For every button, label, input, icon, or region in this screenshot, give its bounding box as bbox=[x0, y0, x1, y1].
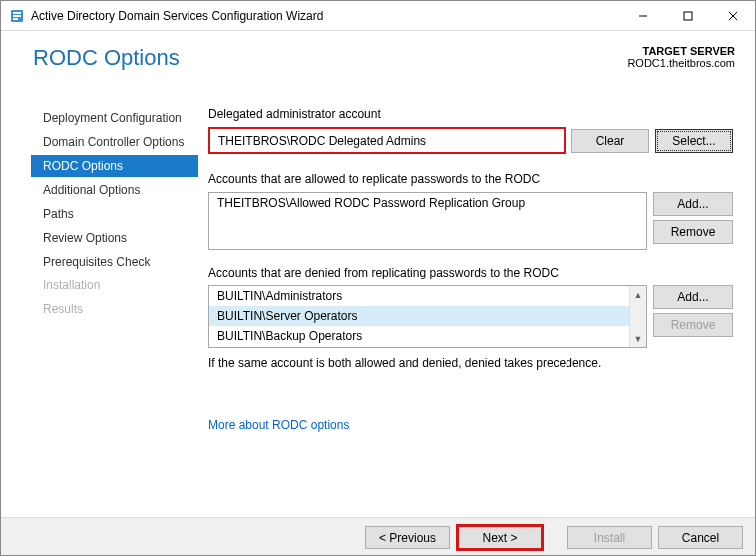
header: RODC Options TARGET SERVER RODC1.theitbr… bbox=[1, 31, 755, 97]
list-item[interactable]: BUILTIN\Backup Operators bbox=[209, 326, 646, 346]
denied-list-scrollbar[interactable]: ▲ ▼ bbox=[629, 286, 646, 347]
denied-remove-button: Remove bbox=[653, 313, 733, 337]
cancel-button[interactable]: Cancel bbox=[658, 526, 743, 549]
svg-rect-3 bbox=[13, 18, 18, 20]
list-item[interactable]: THEITBROS\Allowed RODC Password Replicat… bbox=[209, 193, 646, 213]
more-about-rodc-link[interactable]: More about RODC options bbox=[208, 418, 349, 432]
next-button[interactable]: Next > bbox=[459, 527, 541, 548]
svg-rect-5 bbox=[684, 12, 692, 20]
page-title: RODC Options bbox=[33, 45, 180, 71]
previous-button[interactable]: < Previous bbox=[365, 526, 450, 549]
maximize-button[interactable] bbox=[665, 1, 710, 30]
svg-rect-2 bbox=[13, 15, 21, 17]
delegated-admin-field[interactable]: THEITBROS\RODC Delegated Admins bbox=[208, 127, 566, 154]
target-server-label: TARGET SERVER bbox=[627, 45, 735, 57]
precedence-note: If the same account is both allowed and … bbox=[208, 356, 733, 370]
footer: < Previous Next > Install Cancel bbox=[1, 517, 755, 556]
install-button: Install bbox=[567, 526, 652, 549]
scroll-down-icon[interactable]: ▼ bbox=[630, 330, 646, 347]
allowed-accounts-list[interactable]: THEITBROS\Allowed RODC Password Replicat… bbox=[208, 192, 647, 250]
window-controls bbox=[620, 1, 755, 30]
allowed-remove-button[interactable]: Remove bbox=[653, 220, 733, 244]
nav-installation: Installation bbox=[31, 275, 198, 296]
nav-deployment-configuration[interactable]: Deployment Configuration bbox=[31, 107, 198, 129]
window-title: Active Directory Domain Services Configu… bbox=[31, 9, 620, 23]
clear-button[interactable]: Clear bbox=[571, 129, 649, 153]
nav-paths[interactable]: Paths bbox=[31, 203, 198, 225]
denied-accounts-label: Accounts that are denied from replicatin… bbox=[208, 266, 733, 279]
allowed-accounts-label: Accounts that are allowed to replicate p… bbox=[208, 172, 733, 186]
body: Deployment Configuration Domain Controll… bbox=[1, 97, 755, 517]
target-server-value: RODC1.theitbros.com bbox=[627, 57, 735, 69]
denied-accounts-list[interactable]: BUILTIN\Administrators BUILTIN\Server Op… bbox=[208, 285, 647, 348]
select-button[interactable]: Select... bbox=[655, 129, 733, 153]
minimize-button[interactable] bbox=[620, 1, 665, 30]
nav-review-options[interactable]: Review Options bbox=[31, 227, 198, 249]
list-item[interactable]: BUILTIN\Administrators bbox=[209, 286, 646, 306]
denied-add-button[interactable]: Add... bbox=[653, 285, 733, 309]
main-panel: Delegated administrator account THEITBRO… bbox=[198, 97, 755, 517]
scroll-up-icon[interactable]: ▲ bbox=[630, 286, 646, 303]
app-icon bbox=[9, 8, 25, 24]
target-server-block: TARGET SERVER RODC1.theitbros.com bbox=[627, 45, 735, 69]
nav-results: Results bbox=[31, 298, 198, 320]
sidebar: Deployment Configuration Domain Controll… bbox=[1, 97, 198, 517]
nav-rodc-options[interactable]: RODC Options bbox=[31, 155, 198, 177]
allowed-add-button[interactable]: Add... bbox=[653, 192, 733, 216]
nav-additional-options[interactable]: Additional Options bbox=[31, 179, 198, 201]
delegated-admin-label: Delegated administrator account bbox=[208, 107, 733, 121]
next-button-highlight: Next > bbox=[456, 524, 544, 551]
titlebar: Active Directory Domain Services Configu… bbox=[1, 1, 755, 31]
nav-domain-controller-options[interactable]: Domain Controller Options bbox=[31, 131, 198, 153]
svg-rect-1 bbox=[13, 12, 21, 14]
nav-prerequisites-check[interactable]: Prerequisites Check bbox=[31, 251, 198, 273]
close-button[interactable] bbox=[710, 1, 755, 30]
list-item[interactable]: BUILTIN\Server Operators bbox=[209, 306, 646, 326]
